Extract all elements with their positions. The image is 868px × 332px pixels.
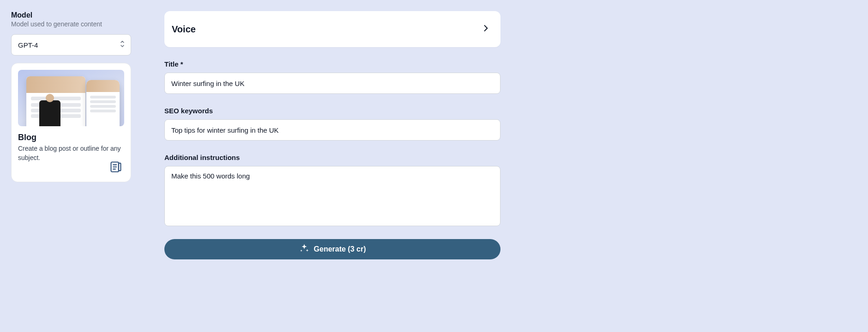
instructions-label: Additional instructions bbox=[164, 154, 500, 161]
model-select-value: GPT-4 bbox=[18, 41, 38, 49]
title-input[interactable] bbox=[164, 73, 500, 94]
template-description: Create a blog post or outline for any su… bbox=[18, 144, 124, 162]
document-icon bbox=[109, 160, 122, 175]
generate-button-label: Generate (3 cr) bbox=[314, 245, 366, 253]
chevron-right-icon bbox=[481, 24, 490, 35]
sparkle-icon bbox=[299, 243, 309, 255]
seo-input[interactable] bbox=[164, 119, 500, 141]
svg-rect-1 bbox=[119, 163, 121, 171]
voice-section-toggle[interactable]: Voice bbox=[164, 11, 500, 47]
model-heading: Model bbox=[11, 11, 131, 19]
model-select[interactable]: GPT-4 bbox=[11, 34, 131, 55]
template-thumbnail bbox=[18, 70, 124, 126]
generate-button[interactable]: Generate (3 cr) bbox=[164, 239, 500, 259]
instructions-textarea[interactable] bbox=[164, 166, 500, 226]
seo-label: SEO keywords bbox=[164, 107, 500, 115]
template-card-blog[interactable]: Blog Create a blog post or outline for a… bbox=[11, 63, 131, 182]
template-title: Blog bbox=[18, 133, 124, 142]
voice-label: Voice bbox=[172, 24, 196, 35]
title-label: Title * bbox=[164, 60, 500, 68]
model-subheading: Model used to generate content bbox=[11, 20, 131, 28]
chevron-up-down-icon bbox=[120, 40, 125, 49]
